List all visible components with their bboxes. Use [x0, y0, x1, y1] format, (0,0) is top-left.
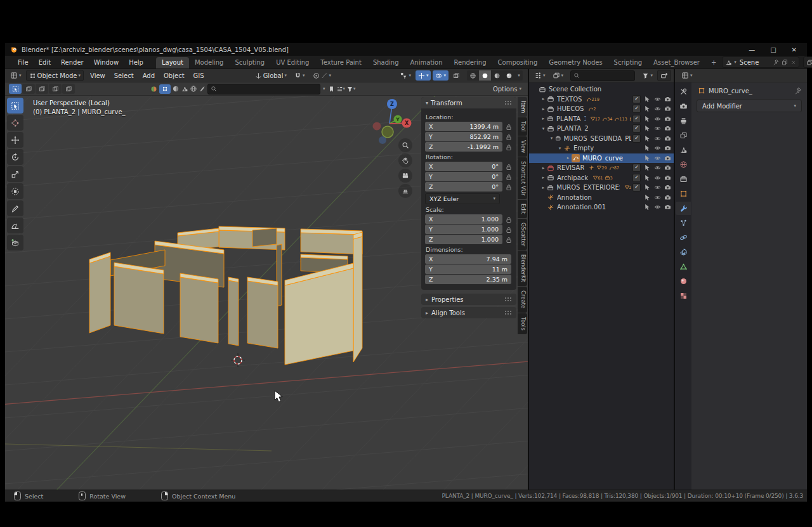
selectable-icon[interactable] — [644, 155, 651, 162]
workspace-tab-uv-editing[interactable]: UV Editing — [270, 57, 315, 68]
workspace-tab-texture-paint[interactable]: Texture Paint — [315, 57, 367, 68]
wall-polygon[interactable] — [247, 281, 278, 348]
hide-render-icon[interactable] — [664, 204, 671, 211]
shading-wireframe-button[interactable] — [467, 70, 479, 81]
lock-icon[interactable] — [505, 236, 513, 244]
close-icon[interactable] — [790, 60, 796, 65]
viewport-menu-object[interactable]: Object — [159, 71, 189, 81]
exclude-checkbox[interactable]: ✓ — [632, 124, 641, 133]
scale-tool[interactable] — [7, 166, 23, 182]
outliner-row-scene-collection[interactable]: Scene Collection — [529, 84, 674, 94]
editor-type-button[interactable]: ▾ — [8, 70, 24, 81]
drag-grip-icon[interactable] — [504, 297, 512, 302]
pin-icon[interactable] — [773, 59, 779, 65]
snap-toggle[interactable]: ▾ — [292, 70, 308, 81]
lock-icon[interactable] — [505, 163, 513, 171]
transform-tool[interactable] — [7, 183, 23, 199]
rotation-x-field[interactable]: X0° — [425, 162, 502, 171]
selectable-icon[interactable] — [644, 184, 651, 191]
sidebar-tab-edit[interactable]: Edit — [518, 200, 527, 218]
expander-icon[interactable]: ▾ — [548, 136, 555, 141]
lock-icon[interactable] — [505, 173, 513, 181]
outliner-row-muro-curve-[interactable]: ▸MURO_curve_ — [529, 153, 674, 164]
workspace-tab-geometry-nodes[interactable]: Geometry Nodes — [543, 57, 608, 68]
maximize-button[interactable]: □ — [770, 46, 776, 53]
scene-filter-icon[interactable] — [181, 85, 188, 93]
shading-dropdown[interactable]: ▾ — [515, 70, 523, 81]
menu-render[interactable]: Render — [56, 58, 89, 67]
shading-solid-button[interactable] — [479, 70, 491, 81]
options-dropdown[interactable]: Options▾ — [493, 86, 524, 93]
mode-filter-button[interactable] — [159, 84, 171, 94]
select-mode-intersect[interactable] — [62, 84, 75, 94]
outliner-row-annotation-001[interactable]: Annotation.001 — [529, 202, 674, 212]
workspace-tab-sculpting[interactable]: Sculpting — [229, 57, 270, 68]
rotation-y-field[interactable]: Y0° — [425, 172, 502, 181]
contrast-icon[interactable] — [172, 85, 180, 93]
collection-properties-tab[interactable] — [676, 172, 691, 186]
wall-polygon[interactable] — [180, 277, 218, 343]
workspace-tab-animation[interactable]: Animation — [405, 57, 449, 68]
outliner-row-muros-segunda-planta[interactable]: ▾MUROS_SEGUNDA_PLANTA✓ — [529, 134, 674, 144]
material-properties-tab[interactable] — [676, 275, 691, 288]
shading-rendered-button[interactable] — [503, 70, 515, 81]
hide-viewport-icon[interactable] — [654, 155, 661, 162]
zoom-button[interactable] — [398, 138, 412, 152]
rotation-z-field[interactable]: Z0° — [425, 182, 502, 192]
menu-edit[interactable]: Edit — [34, 58, 56, 67]
workspace-tab-scripting[interactable]: Scripting — [608, 57, 648, 68]
lock-icon[interactable] — [505, 133, 513, 141]
workspace-tab-modeling[interactable]: Modeling — [189, 57, 230, 68]
menu-file[interactable]: File — [13, 58, 34, 67]
overlays-toggle[interactable]: ▾ — [433, 70, 449, 81]
workspace-tab-asset-browser[interactable]: Asset_Browser — [648, 57, 705, 68]
wall-polygon[interactable] — [228, 280, 239, 346]
orientation-selector[interactable]: Global ▾ — [252, 70, 289, 81]
hide-render-icon[interactable] — [664, 174, 671, 181]
expander-icon[interactable]: ▾ — [540, 126, 547, 131]
particles-properties-tab[interactable] — [676, 216, 691, 230]
outliner-row-huecos[interactable]: ▸HUECOS2✓ — [529, 104, 674, 114]
rotation-mode-dropdown[interactable]: XYZ Euler ▾ — [425, 193, 500, 204]
dimensions-x-field[interactable]: X7.94 m — [425, 254, 511, 264]
selectable-icon[interactable] — [644, 204, 651, 211]
workspace-tab-compositing[interactable]: Compositing — [492, 57, 544, 68]
axis-neg-x[interactable] — [373, 122, 381, 131]
world-properties-tab[interactable] — [676, 158, 691, 171]
workspace-tab--[interactable]: + — [705, 57, 722, 68]
bookmark-icon[interactable] — [328, 86, 335, 93]
brush-icon[interactable] — [199, 85, 206, 93]
select-mode-invert[interactable] — [49, 84, 62, 94]
tool-properties-tab[interactable] — [676, 85, 691, 98]
expander-icon[interactable]: ▾ — [556, 146, 563, 151]
outliner-filter-button[interactable]: ▾ — [639, 70, 655, 81]
dimensions-z-field[interactable]: Z2.35 m — [425, 275, 511, 284]
outliner-row-annotation[interactable]: Annotation — [529, 193, 674, 203]
selectable-icon[interactable] — [644, 105, 651, 112]
hide-render-icon[interactable] — [664, 155, 671, 162]
expander-icon[interactable]: ▸ — [540, 116, 547, 121]
selectable-icon[interactable] — [644, 164, 651, 171]
outliner-row-planta-1[interactable]: ▸PLANTA_11734113✓ — [529, 114, 674, 124]
hide-render-icon[interactable] — [664, 184, 671, 191]
cursor-tool[interactable] — [7, 115, 23, 131]
expander-icon[interactable]: ▸ — [540, 107, 547, 112]
hide-render-icon[interactable] — [664, 115, 671, 122]
move-tool[interactable] — [7, 132, 23, 148]
sidebar-tab-tool[interactable]: Tool — [518, 117, 527, 136]
hide-viewport-icon[interactable] — [654, 174, 661, 181]
wall-polygon[interactable] — [89, 256, 110, 333]
outliner-display-mode-button[interactable]: ▾ — [550, 70, 566, 81]
object-data-properties-tab[interactable] — [676, 260, 691, 273]
menu-window[interactable]: Window — [89, 58, 124, 67]
xray-toggle[interactable] — [450, 70, 462, 81]
axis-neg-z[interactable] — [379, 136, 386, 144]
select-mode-new[interactable] — [9, 84, 22, 94]
outliner-row-revisar[interactable]: ▸REVISAR2987✓ — [529, 163, 674, 173]
proportional-edit-toggle[interactable]: ▾ — [310, 70, 334, 81]
wall-polygon[interactable] — [353, 237, 362, 362]
hide-viewport-icon[interactable] — [654, 204, 661, 211]
gizmos-toggle[interactable]: ▾ — [416, 70, 431, 81]
mode-selector[interactable]: Object Mode ▾ — [26, 70, 84, 81]
exclude-checkbox[interactable]: ✓ — [632, 164, 641, 172]
